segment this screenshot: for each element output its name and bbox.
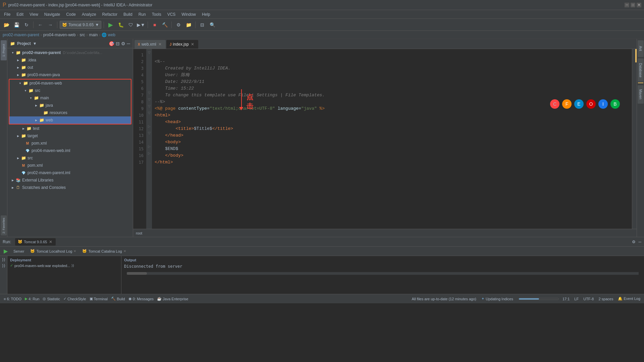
menu-refactor[interactable]: Refactor: [100, 11, 120, 17]
menu-view[interactable]: View: [27, 11, 41, 17]
tree-arrow-main[interactable]: ▼: [29, 96, 33, 100]
tree-item-iml-pro04[interactable]: 💎 pro04-maven-web.iml: [7, 147, 133, 154]
btab-tomcat-localhost-close[interactable]: ✕: [73, 249, 76, 253]
tree-arrow-java[interactable]: ▶: [34, 103, 38, 107]
fold-icon-13[interactable]: ▽: [148, 131, 151, 135]
tree-item-main[interactable]: ▼ 📁 main: [9, 94, 131, 102]
right-tab-ant[interactable]: Ant: [638, 40, 644, 57]
menu-tools[interactable]: Tools: [149, 11, 164, 17]
right-tab-database[interactable]: Database: [638, 58, 644, 82]
status-todo[interactable]: ≡ 6: TODO: [3, 297, 22, 301]
maximize-button[interactable]: □: [631, 3, 635, 7]
tree-item-web[interactable]: ▶ 📁 web: [9, 116, 131, 124]
breadcrumb-part-5[interactable]: 🌐 web: [102, 33, 115, 37]
browser-edge-icon[interactable]: E: [574, 99, 584, 109]
menu-build[interactable]: Build: [121, 11, 135, 17]
status-spaces[interactable]: 2 spaces: [597, 297, 614, 301]
tree-item-iml-parent[interactable]: 💎 pro02-maven-parent.iml: [7, 169, 133, 176]
locate-file-icon[interactable]: 🎯: [109, 41, 114, 46]
btab-catalina[interactable]: 🐱 Tomcat Catalina Log ✕: [79, 248, 128, 255]
sync-btn[interactable]: ↻: [22, 20, 31, 29]
btab-server[interactable]: Server: [11, 248, 27, 255]
tree-arrow-root[interactable]: ▼: [11, 51, 15, 55]
tree-arrow-web[interactable]: ▶: [34, 118, 38, 122]
tree-item-pro03[interactable]: ▶ 📁 pro03-maven-java: [7, 71, 133, 79]
tab-web-xml-close[interactable]: ✕: [158, 42, 162, 47]
settings-icon[interactable]: ⚙: [121, 41, 125, 46]
bottom-minimize-icon[interactable]: ─: [638, 240, 641, 244]
tree-item-scratch[interactable]: ▶ 🗒 Scratches and Consoles: [7, 184, 133, 191]
tree-arrow-ext-libs[interactable]: ▶: [11, 178, 15, 182]
tree-item-java[interactable]: ▶ 📁 java: [9, 102, 131, 109]
search-everywhere-btn[interactable]: 🔍: [208, 20, 217, 29]
folder-btn[interactable]: 📁: [184, 20, 193, 29]
tree-arrow-pro04[interactable]: ▼: [18, 81, 22, 85]
browser-opera-icon[interactable]: O: [586, 99, 596, 109]
status-checkstyle[interactable]: ✓ CheckStyle: [62, 297, 87, 301]
open-file-btn[interactable]: 📂: [2, 20, 11, 29]
status-statistic[interactable]: ◎ Statistic: [42, 297, 61, 301]
tree-item-root[interactable]: ▼ 📁 pro02-maven-parent D:\code\JavaCode\…: [7, 49, 133, 56]
status-messages[interactable]: ◉ 0: Messages: [127, 297, 155, 301]
tree-item-test[interactable]: ▶ 📁 test: [7, 125, 133, 132]
tree-arrow-src[interactable]: ▼: [23, 89, 28, 93]
tree-item-idea[interactable]: ▶ 📁 .idea: [7, 56, 133, 64]
menu-help[interactable]: Help: [199, 11, 213, 17]
back-btn[interactable]: ←: [36, 20, 45, 29]
fold-icon-9[interactable]: ▽: [148, 104, 151, 108]
tree-item-pro04[interactable]: ▼ 📁 pro04-maven-web: [9, 80, 131, 87]
run-play-btn[interactable]: ▶: [1, 247, 10, 256]
btab-catalina-close[interactable]: ✕: [123, 249, 126, 253]
right-tab-maven[interactable]: Maven: [638, 85, 644, 104]
bottom-toolbar-more[interactable]: ⟩⟩: [2, 263, 5, 268]
forward-btn[interactable]: →: [46, 20, 55, 29]
tree-item-resources[interactable]: 📁 resources: [9, 109, 131, 116]
menu-analyze[interactable]: Analyze: [79, 11, 99, 17]
more-run-btn[interactable]: ▶▼: [137, 20, 145, 29]
tree-arrow-test[interactable]: ▶: [21, 126, 25, 131]
status-linesep[interactable]: LF: [573, 297, 580, 301]
code-content[interactable]: <%-- Created by IntelliJ IDEA. User: 陈梅 …: [152, 49, 632, 229]
browser-ie-icon[interactable]: I: [598, 99, 608, 109]
fold-icon-8[interactable]: ▽: [148, 98, 151, 101]
tree-arrow-pro03[interactable]: ▶: [16, 73, 20, 77]
tree-item-src-parent[interactable]: ▶ 📁 src: [7, 154, 133, 162]
run-tab-tomcat[interactable]: 🐱 Tomcat 9.0.65 ✕: [15, 238, 56, 246]
fold-icon-10[interactable]: ▽: [148, 111, 151, 115]
project-dropdown-icon[interactable]: ▼: [33, 41, 37, 46]
tree-item-pom-parent[interactable]: M pom.xml: [7, 162, 133, 169]
sidebar-tab-favorites[interactable]: 2: Favorites: [1, 215, 7, 236]
coverage-btn[interactable]: 🛡: [126, 20, 135, 29]
menu-vcs[interactable]: VCS: [165, 11, 178, 17]
status-run[interactable]: ▶ 4: Run: [24, 297, 40, 301]
fold-icon-7[interactable]: ▽: [148, 91, 151, 95]
breadcrumb-part-1[interactable]: pro02-maven-parent: [3, 33, 39, 37]
breadcrumb-part-4[interactable]: main: [89, 33, 98, 37]
menu-window[interactable]: Window: [179, 11, 199, 17]
status-java-enterprise[interactable]: ☕ Java Enterprise: [156, 297, 189, 301]
browser-other-icon[interactable]: B: [610, 99, 620, 109]
status-event-log[interactable]: 🔔 Event Log: [617, 297, 641, 301]
tree-arrow-idea[interactable]: ▶: [16, 58, 20, 62]
menu-run[interactable]: Run: [136, 11, 149, 17]
tree-item-ext-libs[interactable]: ▶ 📚 External Libraries: [7, 176, 133, 184]
run-tab-close[interactable]: ✕: [48, 240, 53, 244]
output-scrollbar[interactable]: [127, 272, 639, 275]
fold-icon-12[interactable]: ▷: [148, 124, 151, 128]
minimize-button[interactable]: ─: [625, 3, 629, 7]
scrollbar-thumb[interactable]: [127, 272, 147, 275]
menu-code[interactable]: Code: [63, 11, 78, 17]
browser-chrome-icon[interactable]: C: [550, 99, 559, 109]
build-project-btn[interactable]: 🔨: [160, 20, 169, 29]
layout-btn[interactable]: ⊟: [198, 20, 207, 29]
status-encoding[interactable]: UTF-8: [582, 297, 595, 301]
menu-navigate[interactable]: Navigate: [42, 11, 63, 17]
status-position[interactable]: 17:1: [561, 297, 571, 301]
tree-arrow-scratch[interactable]: ▶: [11, 186, 15, 190]
tree-item-src[interactable]: ▼ 📁 src: [9, 87, 131, 94]
tab-index-jsp[interactable]: J index.jsp ✕: [166, 40, 198, 49]
tomcat-selector[interactable]: 🐱 Tomcat 9.0.65 ▼: [60, 21, 101, 29]
status-build[interactable]: 🔨 Build: [110, 297, 126, 301]
tab-web-xml[interactable]: X web.xml ✕: [135, 40, 166, 49]
bottom-settings-icon[interactable]: ⚙: [632, 240, 636, 244]
